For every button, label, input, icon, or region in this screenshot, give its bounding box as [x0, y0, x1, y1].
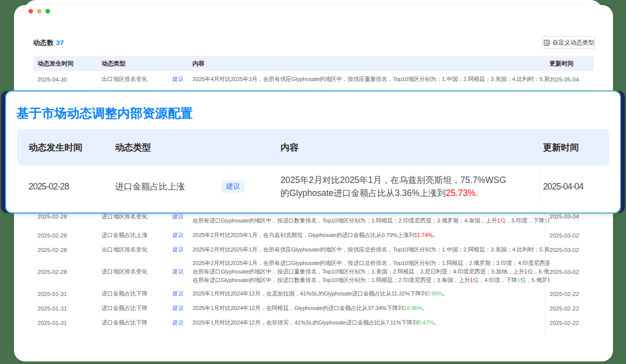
overlay-row-type: 进口金额占比上涨 — [115, 180, 185, 192]
row-content: 2025年1月对比2024年12月，在阿根廷，Glyphosate的进口金额占比… — [192, 304, 550, 312]
suggestion-badge[interactable]: 建议 — [172, 319, 184, 326]
overlay-header-occur-time: 动态发生时间 — [17, 142, 115, 154]
row-type: 进口金额占比下降 — [102, 319, 148, 326]
overlay-data-row[interactable]: 2025-02-28 进口金额占比上涨 建议 2025年2月对比2025年1月，… — [17, 166, 609, 208]
table-row[interactable]: 2025-01-31进口金额占比下降建议2025年1月对比2024年12月，在菲… — [34, 316, 594, 330]
row-date: 2025-01-31 — [34, 320, 102, 326]
row-content: 2025年2月对比2025年1月，在乌兹别克斯坦，Glyphosate的进口金额… — [192, 231, 550, 240]
row-type: 进口地区排名变化 — [102, 213, 148, 220]
row-type: 出口地区排名变化 — [102, 76, 148, 83]
row-date: 2025-02-28 — [34, 269, 102, 275]
header-content: 内容 — [192, 60, 550, 68]
overlay-suggestion-badge[interactable]: 建议 — [222, 180, 244, 192]
row-updated: 2025-02-22 — [550, 306, 594, 312]
header-occur-time: 动态发生时间 — [34, 60, 102, 68]
table-row[interactable]: 2025-02-28出口地区排名变化建议2025年2月对比2025年1月，在所有… — [34, 242, 594, 257]
row-updated: 2025-03-02 — [550, 269, 594, 275]
form-settings-icon — [544, 40, 550, 46]
highlight-overlay-card: 基于市场动态调整内部资源配置 动态发生时间 动态类型 内容 更新时间 2025-… — [5, 90, 621, 214]
row-updated: 2025-02-22 — [550, 320, 594, 326]
overlay-header-content: 内容 — [280, 142, 542, 154]
row-content: 2025年1月对比2024年12月，在孟加拉国，41%SL的Glyphosate… — [192, 290, 550, 298]
suggestion-badge[interactable]: 建议 — [172, 76, 184, 83]
header-dynamic-type: 动态类型 — [102, 60, 192, 68]
row-content: 2025年2月对比2025年1月，在所有供应Glyphosate的地区中，按供应… — [192, 246, 550, 254]
table-header-row: 动态发生时间 动态类型 内容 更新时间 — [34, 56, 594, 71]
maximize-window-dot[interactable] — [46, 9, 50, 14]
overlay-header-update-time: 更新时间 — [542, 142, 609, 154]
row-type: 进口金额占比上涨 — [102, 232, 148, 239]
row-type: 出口地区排名变化 — [102, 246, 148, 254]
overlay-header-row: 动态发生时间 动态类型 内容 更新时间 — [17, 129, 609, 166]
row-updated: 2025-03-04 — [550, 214, 594, 220]
dynamics-count-label: 动态数 — [33, 39, 54, 46]
table-row[interactable]: 2025-02-28进口地区排名变化建议2025年2月对比2025年1月，在所有… — [34, 257, 594, 286]
row-type: 进口金额占比下降 — [102, 304, 148, 312]
row-date: 2025-02-28 — [34, 214, 102, 220]
minimize-window-dot[interactable] — [37, 9, 42, 14]
row-date: 2025-01-31 — [34, 291, 102, 297]
customize-dynamic-type-button[interactable]: 自定义动态类型 — [542, 36, 595, 49]
row-type: 进口地区排名变化 — [102, 268, 148, 276]
row-date: 2025-01-31 — [34, 306, 102, 312]
overlay-column-divider — [539, 166, 540, 208]
row-date: 2025-04-30 — [34, 76, 102, 82]
row-date: 2025-02-28 — [34, 247, 102, 253]
suggestion-badge[interactable]: 建议 — [172, 268, 184, 276]
row-type: 进口金额占比下降 — [102, 290, 148, 298]
overlay-row-updated: 2025-04-04 — [542, 182, 609, 192]
row-updated: 2025-05-04 — [550, 76, 594, 82]
overlay-table: 动态发生时间 动态类型 内容 更新时间 2025-02-28 进口金额占比上涨 … — [17, 129, 609, 208]
overlay-header-dynamic-type: 动态类型 — [115, 142, 280, 154]
suggestion-badge[interactable]: 建议 — [172, 304, 184, 312]
suggestion-badge[interactable]: 建议 — [172, 290, 184, 298]
row-content: 2025年1月对比2024年12月，在菲律宾，41%SL的Glyphosate进… — [192, 318, 550, 327]
row-content: 2025年2月对比2025年1月，在所有进口Glyphosate的地区中，按进口… — [192, 259, 550, 284]
table-row[interactable]: 2025-01-31进口金额占比下降建议2025年1月对比2024年12月，在阿… — [34, 301, 594, 316]
customize-button-label: 自定义动态类型 — [552, 38, 594, 47]
table-row[interactable]: 2025-02-28进口金额占比上涨建议2025年2月对比2025年1月，在乌兹… — [34, 228, 594, 242]
row-updated: 2025-02-22 — [550, 291, 594, 297]
row-date: 2025-02-28 — [34, 232, 102, 238]
table-row[interactable]: 2025-01-31进口金额占比下降建议2025年1月对比2024年12月，在孟… — [34, 286, 594, 301]
window-controls — [28, 9, 50, 14]
row-updated: 2025-03-02 — [550, 247, 594, 253]
overlay-row-date: 2025-02-28 — [17, 182, 115, 192]
dynamics-count: 动态数37 — [33, 38, 64, 48]
suggestion-badge[interactable]: 建议 — [172, 213, 184, 220]
table-row[interactable]: 2025-04-30出口地区排名变化建议2025年4月对比2025年3月，在所有… — [34, 72, 594, 86]
dynamics-count-value: 37 — [56, 39, 64, 46]
row-content: 2025年4月对比2025年3月，在所有供应Glyphosate的地区中，按供应… — [192, 75, 550, 84]
header-update-time: 更新时间 — [550, 60, 594, 68]
overlay-row-content: 2025年2月对比2025年1月，在乌兹别亮斯坦，75.7%WSG的Glypho… — [280, 174, 542, 200]
row-updated: 2025-03-02 — [550, 232, 594, 238]
suggestion-badge[interactable]: 建议 — [172, 232, 184, 239]
overlay-title: 基于市场动态调整内部资源配置 — [16, 105, 193, 122]
suggestion-badge[interactable]: 建议 — [172, 246, 184, 254]
close-window-dot[interactable] — [28, 9, 33, 14]
